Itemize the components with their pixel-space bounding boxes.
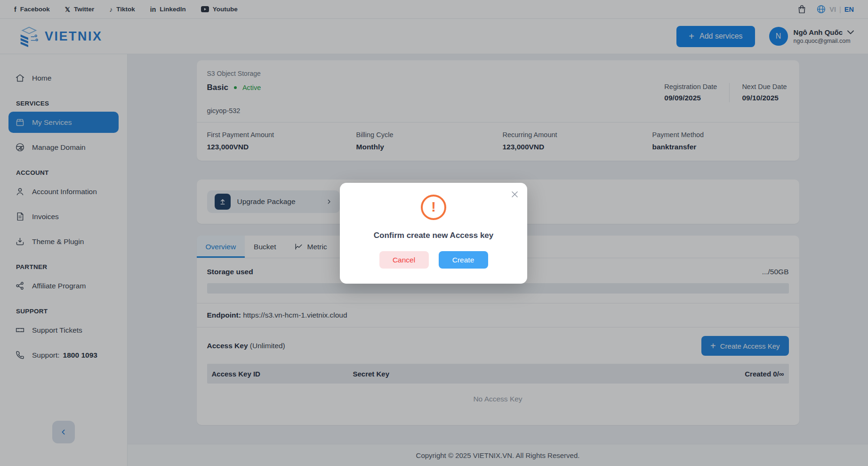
- cancel-button[interactable]: Cancel: [379, 251, 429, 269]
- create-button[interactable]: Create: [439, 251, 488, 269]
- close-icon[interactable]: [510, 190, 519, 199]
- warning-icon: !: [421, 195, 446, 220]
- confirm-dialog: ! Confirm create new Access key Cancel C…: [340, 183, 527, 284]
- dialog-title: Confirm create new Access key: [340, 231, 527, 240]
